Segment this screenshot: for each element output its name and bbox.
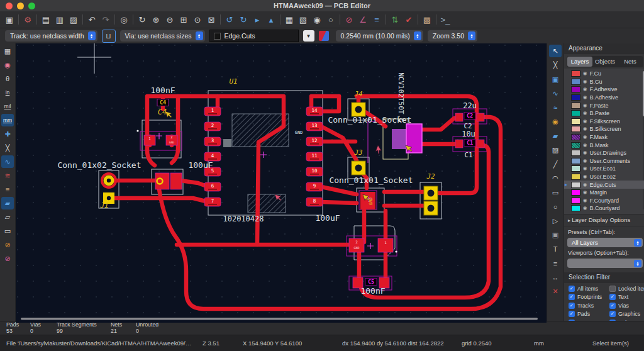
layer-color-swatch[interactable]	[571, 198, 580, 204]
visibility-eye-icon[interactable]: ◉	[583, 143, 587, 148]
filter-vias[interactable]: ✓Vias	[609, 303, 644, 309]
layer-row-edge-cuts[interactable]: ▸◉Edge.Cuts	[564, 181, 644, 189]
layer-row-b-silkscreen[interactable]: ◉B.Silkscreen	[564, 125, 644, 133]
layer-row-b-adhesive[interactable]: ◉B.Adhesive	[564, 94, 644, 102]
layer-color-swatch[interactable]	[571, 189, 580, 196]
visibility-eye-icon[interactable]: ◉	[583, 150, 587, 155]
layer-color-swatch[interactable]	[571, 94, 580, 101]
add-text-icon[interactable]: T	[549, 243, 562, 255]
layer-row-b-cu[interactable]: ◉B.Cu	[564, 78, 644, 86]
pack-footprints-icon[interactable]: ▦	[282, 13, 296, 26]
rotate-ccw-icon[interactable]: ↺	[223, 13, 236, 26]
filter-footprints[interactable]: ✓Footprints	[569, 294, 606, 300]
visibility-eye-icon[interactable]: ◉	[583, 206, 587, 211]
draw-zone-icon[interactable]: ▰	[549, 130, 562, 142]
zones-wireframe-mode-icon[interactable]: ▱	[1, 211, 14, 223]
save-icon[interactable]: ▣	[3, 13, 16, 26]
vias-outline-mode-icon[interactable]: ⊘	[1, 252, 14, 265]
layer-row-user-eco2[interactable]: ◉User.Eco2	[564, 173, 644, 181]
tune-length-icon[interactable]: ≈	[549, 101, 562, 114]
layer-color-swatch[interactable]	[571, 174, 580, 180]
layer-row-f-mask[interactable]: ◉F.Mask	[564, 133, 644, 142]
add-textbox-icon[interactable]: ≡	[549, 257, 562, 270]
layer-row-user-drawings[interactable]: ◉User.Drawings	[564, 149, 644, 157]
layer-row-f-cu[interactable]: ◉F.Cu	[564, 70, 644, 78]
delete-tool-icon[interactable]: ✕	[549, 286, 562, 298]
checkbox[interactable]: ✓	[609, 294, 616, 300]
update-pcb-from-schematic-icon[interactable]: ⇅	[388, 13, 402, 26]
units-inches-icon[interactable]: in	[1, 86, 14, 99]
redo-icon[interactable]: ↷	[99, 13, 113, 26]
tab-objects[interactable]: Objects	[592, 57, 618, 67]
layer-color-swatch[interactable]	[571, 205, 580, 211]
zoom-in-icon[interactable]: ⊕	[149, 13, 163, 26]
layer-color-swatch[interactable]	[571, 142, 580, 148]
checkbox[interactable]: ✓	[569, 311, 575, 317]
filter-all-items[interactable]: ✓All items	[569, 286, 606, 292]
board-setup-icon[interactable]: ▤	[39, 13, 53, 26]
scripting-console-icon[interactable]: >_	[438, 13, 452, 26]
layer-row-b-paste[interactable]: ◉B.Paste	[564, 109, 644, 118]
select-tool-icon[interactable]: ↖	[549, 45, 562, 57]
layer-color-swatch[interactable]	[571, 165, 580, 172]
visibility-eye-icon[interactable]: ◉	[583, 119, 587, 124]
layer-color-swatch[interactable]	[571, 134, 580, 140]
visibility-eye-icon[interactable]: ◉	[583, 95, 587, 100]
visibility-eye-icon[interactable]: ◉	[583, 182, 587, 187]
tab-layers[interactable]: Layers	[567, 57, 592, 67]
visibility-eye-icon[interactable]: ◉	[583, 190, 587, 195]
checkbox[interactable]: ✓	[569, 286, 575, 292]
layer-color-swatch[interactable]	[571, 103, 580, 109]
layer-color-swatch[interactable]	[571, 150, 580, 156]
local-ratsnest-icon[interactable]: ╳	[549, 59, 562, 72]
layer-color-swatch[interactable]	[571, 86, 580, 92]
layer-color-swatch[interactable]	[571, 126, 580, 132]
titlebar[interactable]: HTMAAweek09 — PCB Editor	[0, 0, 644, 11]
filter-locked-items[interactable]: Locked items	[609, 286, 644, 292]
board-statistics-icon[interactable]: ≡	[370, 13, 384, 26]
visibility-eye-icon[interactable]: ◉	[583, 87, 587, 92]
place-footprint-icon[interactable]: ▣	[549, 73, 562, 86]
visibility-eye-icon[interactable]: ◉	[583, 79, 587, 84]
flip-board-icon[interactable]: ▸	[250, 13, 264, 26]
checkbox[interactable]: ✓	[569, 294, 575, 300]
zones-filled-mode-icon[interactable]: ▰	[1, 197, 14, 209]
checkbox[interactable]	[609, 286, 616, 292]
grid-override-icon[interactable]: ◉	[1, 58, 14, 71]
tab-nets[interactable]: Nets	[618, 57, 643, 67]
cursor-crosshair-icon[interactable]: ✚	[1, 128, 14, 140]
ratsnest-curved-icon[interactable]: ∿	[1, 155, 14, 168]
filter-text[interactable]: ✓Text	[609, 294, 644, 300]
add-dimension-icon[interactable]: ↔	[549, 271, 562, 284]
pads-outline-mode-icon[interactable]: ⊘	[1, 238, 14, 251]
ratsnest-visibility-icon[interactable]: ╳	[1, 142, 14, 154]
visibility-eye-icon[interactable]: ◉	[583, 198, 587, 203]
draw-circle-icon[interactable]: ○	[549, 201, 562, 213]
plot-icon[interactable]: ▨	[67, 13, 80, 26]
track-width-toggle-button[interactable]: ⊔	[102, 30, 116, 43]
zoom-select[interactable]: Zoom 3.50 ▲▼	[428, 30, 477, 42]
layer-row-b-courtyard[interactable]: ◉B.Courtyard	[564, 204, 644, 213]
visibility-eye-icon[interactable]: ◉	[583, 135, 587, 140]
pcb-drawing[interactable]: 123456714131211109812GND2GND1100nFC4C4Co…	[16, 43, 547, 323]
active-layer-select[interactable]: Edge.Cuts	[209, 30, 299, 42]
units-mils-icon[interactable]: mil	[1, 100, 14, 113]
layer-dropdown-button[interactable]: ▼	[303, 30, 314, 42]
draw-line-icon[interactable]: ╱	[549, 158, 562, 170]
place-image-icon[interactable]: ▣	[549, 229, 562, 242]
filter-tracks[interactable]: ✓Tracks	[569, 303, 606, 309]
visibility-eye-icon[interactable]: ◉	[583, 174, 587, 179]
visibility-eye-icon[interactable]: ◉	[583, 111, 587, 116]
layer-row-margin[interactable]: ◉Margin	[564, 189, 644, 197]
draw-arc-icon[interactable]: ◠	[549, 172, 562, 185]
layer-color-swatch[interactable]	[571, 79, 580, 85]
layer-row-user-comments[interactable]: ◉User.Comments	[564, 157, 644, 165]
lock-icon[interactable]: ◉	[310, 13, 324, 26]
grid-size-select[interactable]: 0.2540 mm (10.00 mils) ▲▼	[336, 30, 423, 42]
zoom-out-icon[interactable]: ⊖	[163, 13, 177, 26]
filter-graphics[interactable]: ✓Graphics	[609, 311, 644, 317]
layer-row-f-silkscreen[interactable]: ◉F.Silkscreen	[564, 118, 644, 126]
grid-visibility-icon[interactable]: ▦	[1, 45, 14, 57]
zoom-selection-icon[interactable]: ⊠	[204, 13, 218, 26]
zoom-objects-icon[interactable]: ⊙	[191, 13, 204, 26]
